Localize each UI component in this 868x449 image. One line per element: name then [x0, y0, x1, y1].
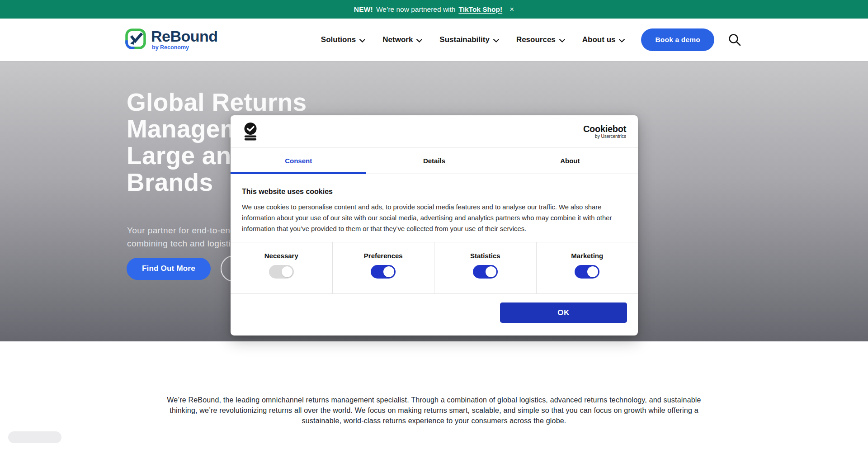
banner-message: We’re now partnered with [376, 5, 455, 14]
statistics-toggle[interactable] [473, 265, 498, 279]
category-statistics: Statistics [434, 242, 537, 293]
chevron-down-icon [619, 36, 625, 45]
intro-section: We’re ReBound, the leading omnichannel r… [0, 341, 868, 449]
nav-item-network[interactable]: Network [382, 35, 422, 45]
cookiebot-logo-icon [241, 122, 260, 142]
tab-consent[interactable]: Consent [231, 148, 366, 174]
cookie-dialog-header: Cookiebot by Usercentrics [231, 115, 638, 147]
nav-item-solutions[interactable]: Solutions [321, 35, 365, 45]
category-preferences: Preferences [333, 242, 435, 293]
category-marketing: Marketing [537, 242, 638, 293]
preferences-toggle[interactable] [371, 265, 396, 279]
banner-tiktok-link[interactable]: TikTok Shop! [458, 5, 502, 14]
search-icon[interactable] [728, 33, 741, 47]
nav-item-about-us[interactable]: About us [582, 35, 625, 45]
cookie-dialog-tabs: Consent Details About [231, 147, 638, 174]
banner-close-icon[interactable]: × [509, 5, 514, 13]
chevron-down-icon [559, 36, 565, 45]
logo-wordmark: ReBound [151, 28, 218, 44]
chevron-down-icon [493, 36, 499, 45]
nav-item-resources[interactable]: Resources [516, 35, 565, 45]
marketing-toggle[interactable] [575, 265, 599, 279]
cookie-categories: Necessary Preferences Statistics Marketi… [231, 242, 638, 294]
banner-badge: NEW! [354, 5, 373, 14]
cookie-widget-stub[interactable] [8, 431, 61, 443]
chevron-down-icon [359, 36, 365, 45]
category-necessary: Necessary [231, 242, 333, 293]
tab-about[interactable]: About [502, 148, 638, 174]
chevron-down-icon [416, 36, 422, 45]
announcement-banner: NEW! We’re now partnered with TikTok Sho… [0, 0, 868, 19]
cookie-dialog-content: This website uses cookies We use cookies… [231, 188, 638, 234]
rebound-logo[interactable]: ReBound by Reconomy [125, 28, 218, 52]
nav-item-sustainability[interactable]: Sustainability [439, 35, 499, 45]
logo-tagline: by Reconomy [152, 44, 218, 51]
rebound-logo-icon [125, 28, 146, 52]
book-a-demo-button[interactable]: Book a demo [641, 28, 714, 51]
find-out-more-button[interactable]: Find Out More [127, 258, 211, 280]
cookie-heading: This website uses cookies [242, 188, 627, 196]
ok-button[interactable]: OK [500, 302, 627, 323]
cookie-body-text: We use cookies to personalise content an… [242, 202, 627, 234]
tab-details[interactable]: Details [366, 148, 502, 174]
main-nav: Solutions Network Sustainability Resourc… [321, 35, 625, 45]
necessary-toggle [269, 265, 294, 279]
intro-paragraph: We’re ReBound, the leading omnichannel r… [160, 395, 708, 426]
cookie-consent-dialog: Cookiebot by Usercentrics Consent Detail… [231, 115, 638, 336]
site-header: ReBound by Reconomy Solutions Network Su… [0, 19, 868, 61]
cookiebot-wordmark: Cookiebot by Usercentrics [583, 124, 626, 139]
header-right: Solutions Network Sustainability Resourc… [321, 28, 741, 51]
